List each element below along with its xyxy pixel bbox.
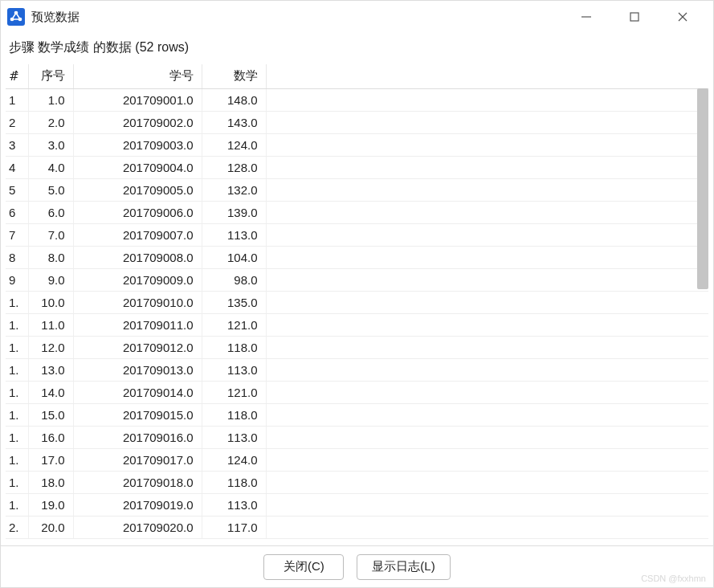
cell-seq: 12.0 [28, 336, 73, 358]
cell-index: 3 [6, 133, 28, 156]
cell-empty [266, 448, 708, 471]
table-row[interactable]: 2.20.0201709020.0117.0 [6, 516, 708, 538]
data-subtitle: 步骤 数学成绩 的数据 (52 rows) [6, 35, 708, 64]
cell-sid: 201709016.0 [73, 426, 202, 448]
col-header-index[interactable]: #̂ [6, 64, 28, 88]
cell-seq: 13.0 [28, 358, 73, 381]
table-row[interactable]: 88.0201709008.0104.0 [6, 246, 708, 268]
cell-empty [266, 493, 708, 516]
table-row[interactable]: 33.0201709003.0124.0 [6, 133, 708, 156]
cell-sid: 201709020.0 [73, 516, 202, 538]
cell-sid: 201709004.0 [73, 156, 202, 178]
cell-math: 148.0 [202, 88, 266, 111]
table-row[interactable]: 66.0201709006.0139.0 [6, 201, 708, 223]
table-row[interactable]: 99.0201709009.098.0 [6, 268, 708, 291]
table-header-row: #̂ 序号 学号 数学 [6, 64, 708, 88]
table-row[interactable]: 1.17.0201709017.0124.0 [6, 448, 708, 471]
cell-sid: 201709019.0 [73, 493, 202, 516]
table-row[interactable]: 22.0201709002.0143.0 [6, 111, 708, 133]
titlebar: 预览数据 [1, 1, 713, 33]
cell-seq: 7.0 [28, 223, 73, 246]
table-row[interactable]: 1.15.0201709015.0118.0 [6, 403, 708, 426]
cell-empty [266, 156, 708, 178]
cell-math: 113.0 [202, 493, 266, 516]
cell-sid: 201709007.0 [73, 223, 202, 246]
cell-index: 1 [6, 88, 28, 111]
data-table: #̂ 序号 学号 数学 11.0201709001.0148.022.02017… [6, 64, 708, 539]
cell-empty [266, 178, 708, 201]
cell-sid: 201709006.0 [73, 201, 202, 223]
col-header-empty [266, 64, 708, 88]
cell-math: 113.0 [202, 223, 266, 246]
cell-empty [266, 201, 708, 223]
maximize-button[interactable] [610, 1, 659, 33]
vertical-scrollbar[interactable] [697, 88, 708, 289]
close-button[interactable]: 关闭(C) [263, 554, 344, 580]
window-title: 预览数据 [31, 10, 562, 25]
table-row[interactable]: 11.0201709001.0148.0 [6, 88, 708, 111]
show-log-button[interactable]: 显示日志(L) [357, 554, 450, 580]
table-row[interactable]: 1.12.0201709012.0118.0 [6, 336, 708, 358]
cell-sid: 201709001.0 [73, 88, 202, 111]
cell-seq: 18.0 [28, 471, 73, 493]
cell-math: 128.0 [202, 156, 266, 178]
cell-empty [266, 313, 708, 336]
button-bar: 关闭(C) 显示日志(L) [1, 545, 713, 587]
cell-math: 124.0 [202, 133, 266, 156]
cell-sid: 201709012.0 [73, 336, 202, 358]
cell-math: 113.0 [202, 358, 266, 381]
cell-seq: 15.0 [28, 403, 73, 426]
close-window-button[interactable] [659, 1, 707, 33]
cell-sid: 201709008.0 [73, 246, 202, 268]
preview-data-window: 预览数据 步骤 数学成绩 的数据 (52 rows) #̂ [0, 0, 714, 588]
cell-empty [266, 133, 708, 156]
cell-empty [266, 88, 708, 111]
cell-empty [266, 426, 708, 448]
cell-empty [266, 336, 708, 358]
table-row[interactable]: 1.18.0201709018.0118.0 [6, 471, 708, 493]
cell-seq: 9.0 [28, 268, 73, 291]
cell-sid: 201709017.0 [73, 448, 202, 471]
col-header-sid[interactable]: 学号 [73, 64, 202, 88]
cell-index: 8 [6, 246, 28, 268]
cell-math: 117.0 [202, 516, 266, 538]
cell-math: 118.0 [202, 471, 266, 493]
cell-seq: 8.0 [28, 246, 73, 268]
cell-empty [266, 246, 708, 268]
cell-sid: 201709002.0 [73, 111, 202, 133]
col-header-seq[interactable]: 序号 [28, 64, 73, 88]
cell-math: 118.0 [202, 336, 266, 358]
table-row[interactable]: 77.0201709007.0113.0 [6, 223, 708, 246]
content-area: 步骤 数学成绩 的数据 (52 rows) #̂ 序号 学号 数学 11.020… [1, 33, 713, 545]
cell-empty [266, 358, 708, 381]
cell-sid: 201709011.0 [73, 313, 202, 336]
cell-math: 98.0 [202, 268, 266, 291]
cell-seq: 5.0 [28, 178, 73, 201]
table-body: 11.0201709001.0148.022.0201709002.0143.0… [6, 88, 708, 538]
table-row[interactable]: 1.13.0201709013.0113.0 [6, 358, 708, 381]
cell-index: 1. [6, 448, 28, 471]
cell-index: 1. [6, 313, 28, 336]
cell-empty [266, 291, 708, 313]
cell-sid: 201709015.0 [73, 403, 202, 426]
table-row[interactable]: 1.11.0201709011.0121.0 [6, 313, 708, 336]
cell-index: 1. [6, 381, 28, 403]
cell-index: 6 [6, 201, 28, 223]
cell-seq: 6.0 [28, 201, 73, 223]
cell-math: 139.0 [202, 201, 266, 223]
cell-index: 1. [6, 403, 28, 426]
cell-index: 9 [6, 268, 28, 291]
cell-index: 2 [6, 111, 28, 133]
cell-index: 1. [6, 471, 28, 493]
table-row[interactable]: 55.0201709005.0132.0 [6, 178, 708, 201]
minimize-button[interactable] [562, 1, 610, 33]
table-row[interactable]: 1.10.0201709010.0135.0 [6, 291, 708, 313]
table-row[interactable]: 1.16.0201709016.0113.0 [6, 426, 708, 448]
table-row[interactable]: 1.14.0201709014.0121.0 [6, 381, 708, 403]
col-header-math[interactable]: 数学 [202, 64, 266, 88]
app-icon [7, 8, 25, 26]
table-row[interactable]: 1.19.0201709019.0113.0 [6, 493, 708, 516]
cell-seq: 2.0 [28, 111, 73, 133]
cell-math: 121.0 [202, 381, 266, 403]
table-row[interactable]: 44.0201709004.0128.0 [6, 156, 708, 178]
